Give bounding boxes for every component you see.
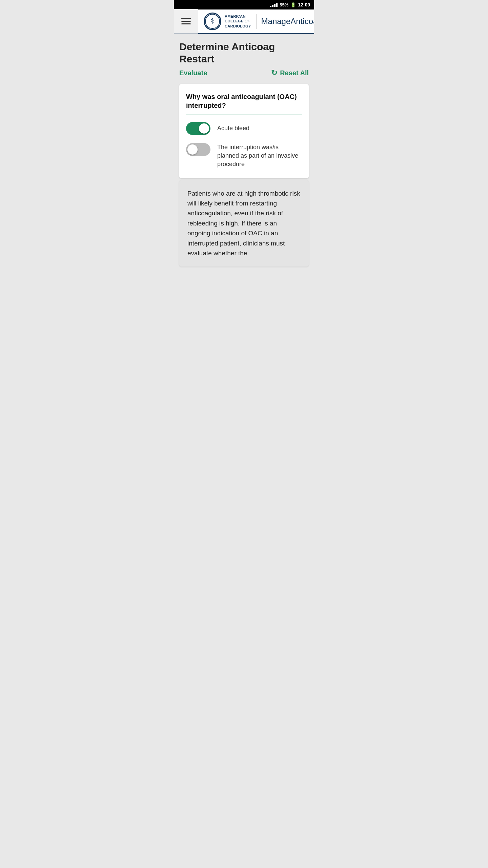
header-divider [256,14,257,29]
signal-icon [270,2,278,7]
app-header: ⚕ AMERICANCOLLEGE ofCARDIOLOGY ManageAnt… [174,9,314,34]
page-title: Determine Anticoag Restart [179,41,309,65]
battery-indicator: 55% [280,2,288,7]
reset-label: Reset All [280,69,309,77]
hamburger-icon [181,18,191,19]
hamburger-menu-button[interactable] [174,9,198,34]
evaluate-button[interactable]: Evaluate [179,69,207,77]
acute-bleed-label: Acute bleed [217,124,249,133]
info-text: Patients who are at high thrombotic risk… [187,189,301,258]
org-name: AMERICANCOLLEGE ofCARDIOLOGY [225,14,251,28]
acute-bleed-toggle[interactable] [186,122,210,135]
question-card: Why was oral anticoagulant (OAC) interru… [179,84,309,178]
option-row-planned-procedure: The interruption was/is planned as part … [186,143,302,169]
battery-icon: 🔋 [290,2,296,7]
option-row-acute-bleed: Acute bleed [186,122,302,135]
info-card: Patients who are at high thrombotic risk… [179,180,309,267]
logo-inner: ⚕ [205,14,220,29]
app-name: ManageAnticoag [261,17,314,26]
hamburger-icon [181,23,191,24]
reset-all-button[interactable]: ↻ Reset All [271,68,309,77]
acc-logo: ⚕ AMERICANCOLLEGE ofCARDIOLOGY [204,13,251,30]
question-text: Why was oral anticoagulant (OAC) interru… [186,92,302,115]
toggle-thumb [199,123,209,134]
logo-figure-icon: ⚕ [210,17,215,26]
planned-procedure-label: The interruption was/is planned as part … [217,143,302,169]
hamburger-icon [181,21,191,22]
toggle-thumb [187,144,198,155]
actions-row: Evaluate ↻ Reset All [179,68,309,77]
clock: 12:09 [298,2,310,7]
header-content: ⚕ AMERICANCOLLEGE ofCARDIOLOGY ManageAnt… [198,13,314,30]
planned-procedure-toggle[interactable] [186,143,210,156]
main-content: Determine Anticoag Restart Evaluate ↻ Re… [174,34,314,272]
reset-icon: ↻ [271,68,277,77]
status-bar: 55% 🔋 12:09 [174,0,314,9]
logo-circle: ⚕ [204,13,221,30]
